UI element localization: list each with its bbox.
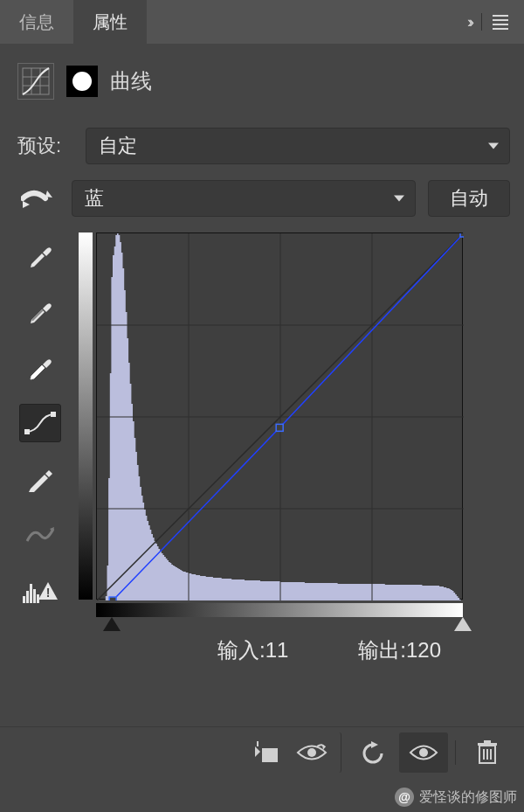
svg-rect-5 <box>24 429 30 434</box>
svg-rect-31 <box>484 740 491 743</box>
clip-to-layer-button[interactable] <box>242 732 291 773</box>
channel-select[interactable]: 蓝 <box>72 180 416 217</box>
output-readout: 输出:120 <box>358 636 441 664</box>
panel-menu-icon[interactable] <box>493 15 508 30</box>
channel-value: 蓝 <box>85 185 104 212</box>
svg-rect-9 <box>30 584 32 603</box>
preset-row: 预设: 自定 <box>0 108 524 173</box>
smooth-curve-tool <box>19 516 61 554</box>
delete-button[interactable] <box>463 732 512 773</box>
adjustment-title: 曲线 <box>110 67 152 95</box>
svg-rect-6 <box>51 412 56 417</box>
curves-adjustment-icon[interactable] <box>17 63 54 100</box>
eyedropper-gray-icon[interactable] <box>19 292 61 330</box>
properties-panel: 曲线 预设: 自定 蓝 自动 <box>0 44 524 812</box>
svg-rect-8 <box>26 591 29 603</box>
svg-rect-11 <box>37 594 39 603</box>
reset-button[interactable] <box>348 732 397 773</box>
preset-value: 自定 <box>99 133 137 159</box>
point-curve-tool[interactable] <box>19 404 61 442</box>
chevron-down-icon <box>488 143 499 149</box>
input-gradient-bar[interactable] <box>96 603 463 617</box>
channel-row: 蓝 自动 <box>0 173 524 227</box>
eyedropper-black-icon[interactable] <box>19 236 61 274</box>
collapse-icon[interactable]: ›› <box>467 13 471 31</box>
layer-mask-icon[interactable] <box>66 66 98 97</box>
tab-bar: 信息 属性 ›› <box>0 0 524 44</box>
svg-text:!: ! <box>46 586 51 600</box>
histogram-clip-warning-icon[interactable]: ! <box>19 572 61 610</box>
weibo-icon: @ <box>395 788 414 807</box>
adjustment-header: 曲线 <box>0 44 524 108</box>
tab-info[interactable]: 信息 <box>0 0 73 45</box>
tab-properties[interactable]: 属性 <box>73 0 147 45</box>
svg-rect-20 <box>109 597 116 600</box>
svg-rect-30 <box>478 743 497 746</box>
finger-tool-icon[interactable] <box>21 185 56 212</box>
auto-button[interactable]: 自动 <box>428 180 510 217</box>
watermark: @ 爱怪谈的修图师 <box>395 788 517 807</box>
divider <box>481 13 482 31</box>
svg-point-25 <box>419 748 428 757</box>
svg-rect-7 <box>23 596 25 603</box>
preset-select[interactable]: 自定 <box>86 128 510 164</box>
view-previous-button[interactable] <box>293 732 341 773</box>
white-point-slider[interactable] <box>454 617 472 631</box>
divider <box>455 740 456 765</box>
eyedropper-white-icon[interactable] <box>19 348 61 386</box>
tool-strip: ! <box>14 232 66 664</box>
chevron-down-icon <box>394 196 404 202</box>
svg-rect-23 <box>262 748 278 762</box>
panel-footer <box>0 726 524 777</box>
curves-editor: ! 输入:11 输出:120 <box>0 227 524 664</box>
output-gradient-bar <box>79 232 93 600</box>
black-point-slider[interactable] <box>103 617 121 631</box>
curve-plot[interactable] <box>96 232 463 600</box>
pencil-curve-tool[interactable] <box>19 460 61 498</box>
io-readout: 输入:11 输出:120 <box>79 617 510 664</box>
svg-rect-22 <box>460 233 464 237</box>
svg-rect-10 <box>33 589 36 603</box>
visibility-toggle[interactable] <box>399 732 448 773</box>
preset-label: 预设: <box>17 133 73 159</box>
input-readout: 输入:11 <box>217 636 288 664</box>
svg-rect-21 <box>276 424 283 431</box>
graph-area: 输入:11 输出:120 <box>79 232 510 664</box>
svg-point-24 <box>307 748 316 757</box>
